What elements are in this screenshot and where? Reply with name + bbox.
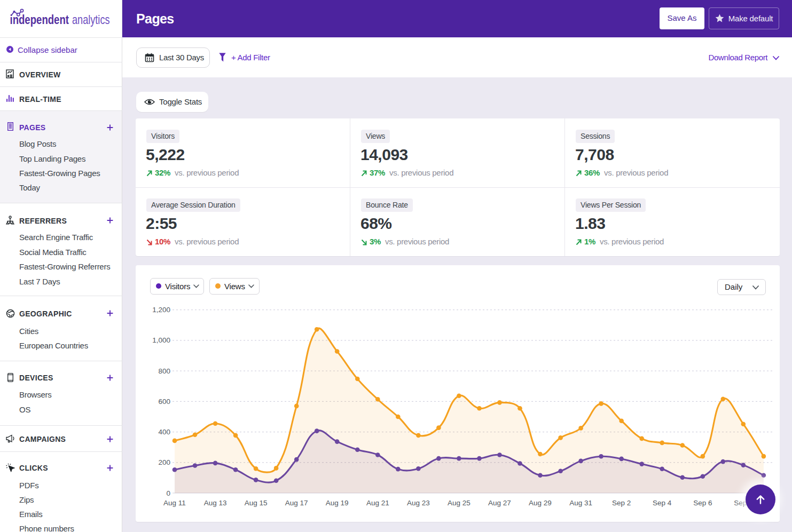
svg-text:Aug 23: Aug 23 (407, 499, 430, 507)
svg-text:600: 600 (158, 398, 170, 406)
svg-text:Aug 13: Aug 13 (204, 499, 227, 507)
svg-text:Aug 19: Aug 19 (326, 499, 349, 507)
svg-text:1,200: 1,200 (152, 306, 170, 314)
svg-text:Aug 17: Aug 17 (285, 499, 308, 507)
svg-text:Aug 25: Aug 25 (448, 499, 471, 507)
svg-text:800: 800 (158, 367, 170, 375)
svg-text:Sep 2: Sep 2 (612, 499, 631, 507)
svg-text:Sep 6: Sep 6 (693, 499, 712, 507)
svg-text:1,000: 1,000 (152, 336, 170, 344)
svg-text:Aug 27: Aug 27 (488, 499, 511, 507)
svg-text:Aug 15: Aug 15 (245, 499, 268, 507)
svg-text:Aug 31: Aug 31 (569, 499, 592, 507)
svg-text:independent: independent (10, 12, 69, 27)
svg-text:Aug 11: Aug 11 (163, 499, 186, 507)
svg-text:Aug 21: Aug 21 (366, 499, 389, 507)
svg-text:Sep 4: Sep 4 (653, 499, 672, 507)
svg-text:0: 0 (166, 489, 170, 497)
svg-text:analytics: analytics (72, 12, 110, 27)
svg-text:400: 400 (158, 428, 170, 436)
svg-text:Aug 29: Aug 29 (529, 499, 552, 507)
svg-text:200: 200 (158, 458, 170, 466)
